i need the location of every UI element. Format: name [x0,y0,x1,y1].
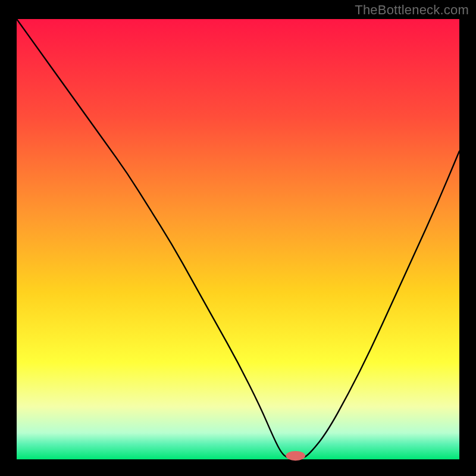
plot-background [17,19,459,459]
chart-frame: TheBottleneck.com [0,0,476,476]
bottleneck-plot [0,0,476,476]
optimum-marker [286,451,305,461]
